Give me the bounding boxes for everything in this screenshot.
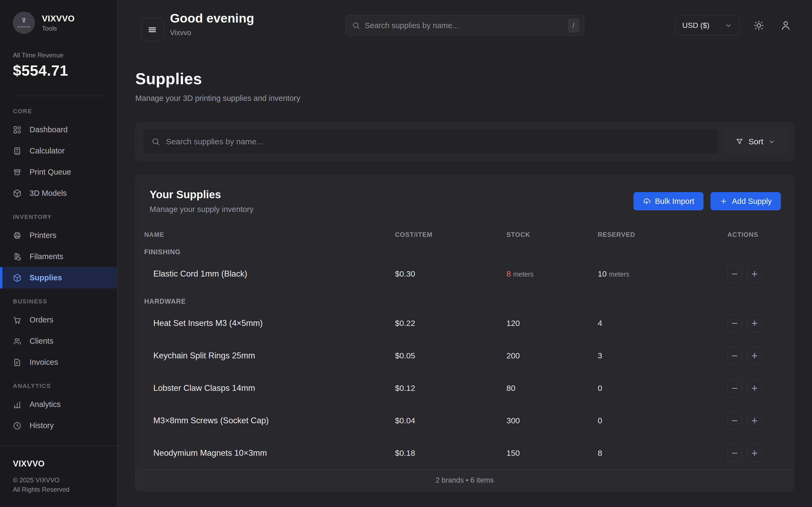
theme-toggle-button[interactable] xyxy=(751,18,766,33)
sidebar-item-label: Printers xyxy=(30,231,56,240)
increment-button[interactable]: + xyxy=(747,347,762,364)
chevron-down-icon xyxy=(768,138,775,145)
decrement-button[interactable]: − xyxy=(727,444,742,462)
sidebar-item-analytics[interactable]: Analytics xyxy=(0,394,117,415)
cart-icon xyxy=(13,316,21,324)
clock-icon xyxy=(13,421,21,430)
supplies-card-titles: Your Supplies Manage your supply invento… xyxy=(150,188,253,214)
sidebar-item-supplies[interactable]: Supplies xyxy=(0,267,117,288)
reserved-value: 0 xyxy=(598,416,602,425)
sidebar-item-label: Orders xyxy=(30,316,53,324)
supply-name: Elastic Cord 1mm (Black) xyxy=(144,269,395,279)
printer-icon xyxy=(13,231,21,240)
global-search[interactable]: / xyxy=(345,15,584,36)
decrement-button[interactable]: − xyxy=(727,347,742,364)
users-icon xyxy=(13,337,21,345)
supply-name: Neodymium Magnets 10×3mm xyxy=(144,448,395,458)
supplies-summary-bar: 2 brands • 6 items xyxy=(136,469,794,491)
decrement-button[interactable]: − xyxy=(727,315,742,332)
increment-button[interactable]: + xyxy=(747,412,762,430)
reserved-unit: meters xyxy=(609,270,629,278)
supply-cost: $0.05 xyxy=(395,351,506,360)
supply-stock: 150 xyxy=(506,449,598,458)
increment-button[interactable]: + xyxy=(747,444,762,462)
package-icon xyxy=(13,274,21,282)
all-time-revenue: All Time Revenue $554.71 xyxy=(13,52,104,79)
currency-value: USD ($) xyxy=(682,21,709,30)
invoice-icon xyxy=(13,358,21,367)
sidebar-item-orders[interactable]: Orders xyxy=(0,309,117,331)
stock-value: 150 xyxy=(506,449,520,458)
stock-value: 200 xyxy=(506,351,520,360)
sidebar-item-label: Supplies xyxy=(30,273,62,282)
copyright-line: © 2025 VIXVVO xyxy=(13,475,104,485)
sidebar-item-print-queue[interactable]: Print Queue xyxy=(0,162,117,183)
topbar: Good evening Vixvvo / USD ($) xyxy=(117,0,812,47)
sidebar: VIXVVO VIXVVO Tools All Time Revenue $55… xyxy=(0,0,117,507)
goblet-icon xyxy=(20,18,28,25)
stock-unit: meters xyxy=(513,270,534,278)
filter-funnel-icon xyxy=(735,137,744,146)
table-row: Lobster Claw Clasps 14mm $0.12 80 0 − + xyxy=(136,372,794,404)
page-title: Supplies xyxy=(135,70,794,88)
supply-name: M3×8mm Screws (Socket Cap) xyxy=(144,416,395,426)
brand-logo-row[interactable]: VIXVVO VIXVVO Tools xyxy=(13,12,104,34)
supply-cost: $0.30 xyxy=(395,269,506,278)
sidebar-footer: VIXVVO © 2025 VIXVVO All Rights Reserved xyxy=(0,446,117,507)
global-search-input[interactable] xyxy=(365,21,563,30)
sidebar-item-calculator[interactable]: Calculator xyxy=(0,140,117,162)
stock-value: 8 xyxy=(506,269,511,278)
column-header-cost: COST/ITEM xyxy=(395,231,506,238)
supplies-search[interactable] xyxy=(143,129,718,154)
sidebar-item-clients[interactable]: Clients xyxy=(0,331,117,352)
decrement-button[interactable]: − xyxy=(727,412,742,430)
sidebar-item-label: Calculator xyxy=(30,147,65,155)
search-shortcut-badge: / xyxy=(568,19,579,32)
bulk-import-label: Bulk Import xyxy=(655,197,694,206)
page-subtitle: Manage your 3D printing supplies and inv… xyxy=(135,94,794,103)
sort-button[interactable]: Sort xyxy=(724,129,786,154)
increment-button[interactable]: + xyxy=(747,379,762,397)
reserved-value: 3 xyxy=(598,351,602,360)
sort-label: Sort xyxy=(748,137,763,146)
supplies-search-input[interactable] xyxy=(166,137,710,146)
sidebar-item-printers[interactable]: Printers xyxy=(0,225,117,246)
column-header-name: NAME xyxy=(144,231,395,238)
sidebar-item-filaments[interactable]: Filaments xyxy=(0,246,117,267)
increment-button[interactable]: + xyxy=(747,315,762,332)
topbar-actions: USD ($) xyxy=(675,15,793,36)
greeting-account: Vixvvo xyxy=(170,29,254,37)
row-actions: − + xyxy=(727,315,785,332)
sidebar-item-label: Invoices xyxy=(30,358,58,367)
sidebar-item-history[interactable]: History xyxy=(0,415,117,436)
bulk-import-button[interactable]: Bulk Import xyxy=(633,192,704,210)
dashboard-icon xyxy=(13,125,21,134)
decrement-button[interactable]: − xyxy=(727,379,742,397)
decrement-button[interactable]: − xyxy=(727,265,742,283)
hamburger-icon xyxy=(147,25,157,35)
rights-line: All Rights Reserved xyxy=(13,485,104,494)
supply-cost: $0.18 xyxy=(395,449,506,458)
menu-button[interactable] xyxy=(141,18,164,41)
supply-cost: $0.12 xyxy=(395,384,506,393)
supplies-card-title: Your Supplies xyxy=(150,188,253,201)
sidebar-item-dashboard[interactable]: Dashboard xyxy=(0,119,117,140)
group-label-hardware: HARDWARE xyxy=(136,290,794,307)
row-actions: − + xyxy=(727,347,785,364)
sidebar-item-3d-models[interactable]: 3D Models xyxy=(0,183,117,204)
table-row: Heat Set Inserts M3 (4×5mm) $0.22 120 4 … xyxy=(136,307,794,339)
plus-icon xyxy=(720,197,728,205)
currency-select[interactable]: USD ($) xyxy=(675,15,740,36)
reserved-value: 0 xyxy=(598,384,602,393)
table-row: Neodymium Magnets 10×3mm $0.18 150 8 − + xyxy=(136,437,794,469)
add-supply-button[interactable]: Add Supply xyxy=(711,192,781,210)
your-supplies-card: Your Supplies Manage your supply invento… xyxy=(135,175,794,492)
increment-button[interactable]: + xyxy=(747,265,762,283)
column-header-stock: STOCK xyxy=(506,231,598,238)
row-actions: − + xyxy=(727,412,785,430)
account-button[interactable] xyxy=(778,18,793,33)
sidebar-item-invoices[interactable]: Invoices xyxy=(0,352,117,373)
stock-value: 300 xyxy=(506,416,520,425)
row-actions: − + xyxy=(727,444,785,462)
supply-stock: 120 xyxy=(506,319,598,328)
